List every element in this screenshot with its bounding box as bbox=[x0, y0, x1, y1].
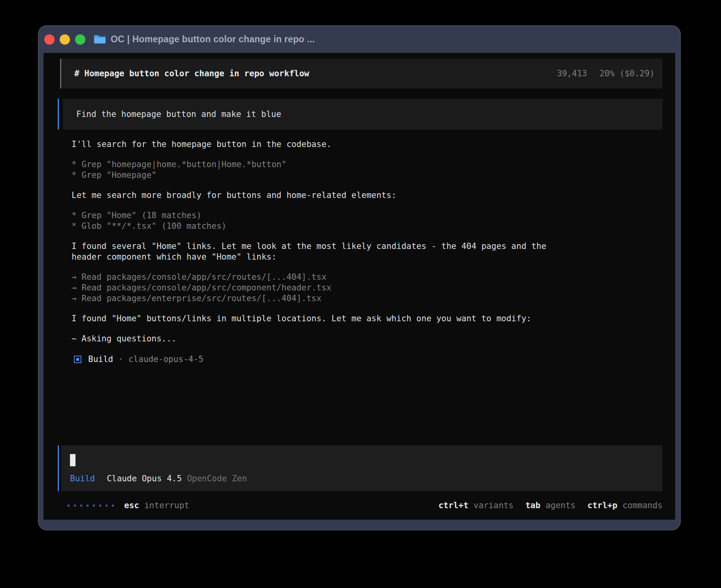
user-message-text: Find the homepage button and make it blu… bbox=[63, 99, 662, 130]
tool-call-grep: * Grep "Home" (18 matches) bbox=[72, 210, 566, 221]
session-title: # Homepage button color change in repo w… bbox=[74, 69, 309, 78]
esc-key-hint: esc bbox=[124, 501, 139, 510]
terminal-content: # Homepage button color change in repo w… bbox=[43, 53, 675, 520]
input-provider-label: OpenCode Zen bbox=[187, 474, 247, 483]
tool-call-grep: * Grep "homepage|home.*button|Home.*butt… bbox=[72, 159, 566, 170]
filled-square-icon bbox=[74, 356, 81, 363]
assistant-text: Let me search more broadly for buttons a… bbox=[72, 190, 566, 201]
tool-call-read: → Read packages/console/app/src/routes/[… bbox=[72, 272, 566, 283]
terminal-window: OC | Homepage button color change in rep… bbox=[38, 25, 681, 530]
hint-variants: ctrl+tvariants bbox=[438, 501, 513, 510]
agent-model: claude-opus-4-5 bbox=[128, 354, 204, 364]
working-status: ~ Asking questions... bbox=[72, 334, 566, 344]
input-model-label[interactable]: Claude Opus 4.5 bbox=[107, 474, 182, 483]
text-cursor bbox=[70, 454, 75, 466]
hint-agents: tabagents bbox=[525, 501, 576, 510]
prompt-meta: Build Claude Opus 4.5 OpenCode Zen bbox=[70, 474, 651, 483]
dots-spinner-icon bbox=[68, 505, 114, 507]
traffic-lights bbox=[44, 34, 85, 45]
keyboard-hints: ctrl+tvariants tabagents ctrl+pcommands bbox=[438, 501, 662, 510]
prompt-input[interactable]: Build Claude Opus 4.5 OpenCode Zen bbox=[58, 445, 662, 491]
assistant-text: I'll search for the homepage button in t… bbox=[72, 139, 566, 150]
tool-call-read: → Read packages/enterprise/src/routes/[.… bbox=[72, 293, 566, 304]
tool-call-glob: * Glob "**/*.tsx" (100 matches) bbox=[72, 221, 566, 232]
token-count: 39,413 bbox=[557, 69, 587, 78]
titlebar[interactable]: OC | Homepage button color change in rep… bbox=[38, 26, 680, 53]
context-cost: 20% ($0.29) bbox=[600, 69, 655, 78]
session-header: # Homepage button color change in repo w… bbox=[60, 58, 662, 89]
agent-separator: · bbox=[118, 354, 123, 364]
input-agent-label[interactable]: Build bbox=[70, 474, 95, 483]
prompt-value[interactable] bbox=[70, 454, 651, 466]
agent-name: Build bbox=[88, 354, 113, 364]
minimize-button[interactable] bbox=[60, 34, 70, 45]
assistant-text: I found several "Home" links. Let me loo… bbox=[72, 241, 566, 262]
esc-key-label: interrupt bbox=[144, 501, 189, 510]
zoom-button[interactable] bbox=[75, 34, 85, 45]
user-message-block: Find the homepage button and make it blu… bbox=[58, 99, 662, 130]
hint-commands: ctrl+pcommands bbox=[587, 501, 662, 510]
assistant-text: I found "Home" buttons/links in multiple… bbox=[72, 313, 566, 324]
close-button[interactable] bbox=[44, 34, 55, 45]
agent-status-row: Build · claude-opus-4-5 bbox=[72, 354, 662, 364]
tool-call-grep: * Grep "Homepage" bbox=[72, 170, 566, 181]
session-stats: 39,413 20% ($0.29) bbox=[557, 69, 655, 78]
window-title: OC | Homepage button color change in rep… bbox=[111, 34, 315, 45]
folder-icon bbox=[94, 34, 106, 44]
assistant-response: I'll search for the homepage button in t… bbox=[58, 130, 662, 364]
tool-call-read: → Read packages/console/app/src/componen… bbox=[72, 283, 566, 293]
status-bar: esc interrupt ctrl+tvariants tabagents c… bbox=[58, 501, 662, 510]
